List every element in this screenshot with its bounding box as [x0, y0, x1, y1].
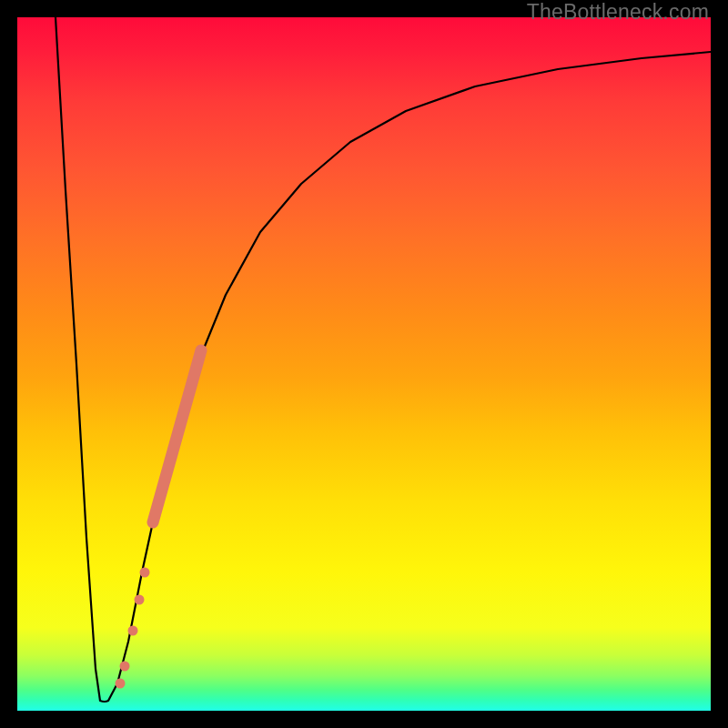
highlight-dot: [120, 662, 130, 672]
highlight-dot: [116, 679, 126, 689]
watermark-text: TheBottleneck.com: [527, 0, 709, 25]
highlight-dot: [128, 626, 138, 636]
chart-frame: TheBottleneck.com: [0, 0, 728, 728]
highlight-dot: [135, 595, 145, 605]
plot-area: [17, 17, 711, 711]
bottleneck-curve: [17, 17, 711, 711]
highlight-dot: [140, 568, 150, 578]
highlight-markers: [116, 350, 202, 689]
highlight-band: [153, 350, 201, 522]
curve-path: [56, 17, 711, 702]
